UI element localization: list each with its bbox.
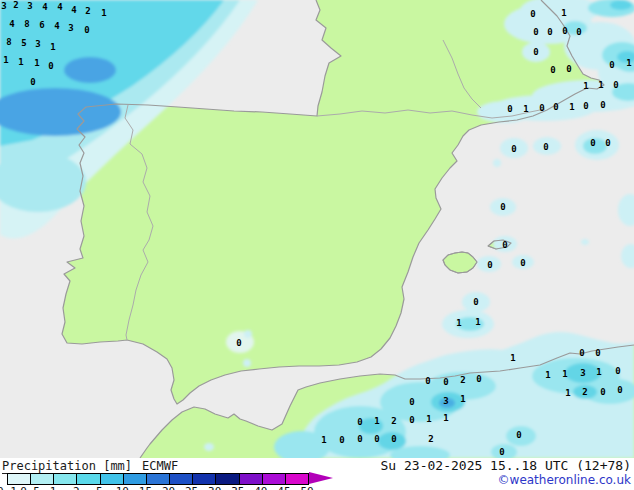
legend-color-segment (240, 474, 263, 484)
precip-value: 4 (9, 19, 15, 29)
legend-color-segment (54, 474, 77, 484)
precip-value: 0 (30, 77, 35, 87)
legend-tick: 2 (73, 485, 80, 490)
precip-value: 0 (476, 374, 481, 384)
timestamp: Su 23-02-2025 15..18 UTC (12+78) (381, 458, 631, 473)
legend-unit: [mm] (103, 459, 132, 473)
precip-value: 1 (456, 318, 461, 328)
precip-value: 3 (27, 1, 32, 11)
precip-value: 0 (547, 27, 552, 37)
precip-value: 0 (550, 65, 555, 75)
precip-value: 2 (582, 387, 587, 397)
precip-value: 0 (539, 103, 544, 113)
precip-value: 0 (443, 377, 448, 387)
legend-tick: 40 (254, 485, 267, 490)
legend-color-segment (286, 474, 308, 484)
precip-value: 0 (487, 260, 492, 270)
precip-value: 2 (460, 375, 465, 385)
precip-value: 0 (609, 60, 614, 70)
legend-color-segment (170, 474, 193, 484)
precip-value: 1 (101, 8, 106, 18)
precip-value: 1 (460, 394, 465, 404)
precip-value: 0 (473, 297, 478, 307)
precip-value: 0 (339, 435, 344, 445)
precip-value: 1 (443, 413, 448, 423)
precip-value: 1 (596, 367, 601, 377)
precip-value: 1 (34, 58, 39, 68)
precip-value: 1 (565, 388, 570, 398)
precip-value: 1 (583, 81, 588, 91)
legend-color-segment (216, 474, 239, 484)
precip-value: 6 (39, 20, 44, 30)
precip-value: 1 (426, 414, 431, 424)
legend-color-segment (8, 474, 31, 484)
precip-value: 0 (48, 61, 53, 71)
precip-value: 0 (590, 138, 595, 148)
precip-value: 5 (21, 38, 26, 48)
precip-value: 1 (3, 55, 8, 65)
precip-value: 0 (511, 144, 516, 154)
precip-value: 3 (443, 396, 448, 406)
precip-value: 0 (520, 258, 525, 268)
precip-value: 2 (85, 6, 90, 16)
precip-value: 1 (569, 102, 574, 112)
precip-value: 0 (84, 25, 89, 35)
precip-value: 0 (499, 447, 504, 457)
precip-value: 8 (6, 37, 11, 47)
precip-value: 0 (357, 417, 362, 427)
precip-value: 1 (562, 369, 567, 379)
legend-tick: 30 (208, 485, 221, 490)
precip-value: 0 (391, 434, 396, 444)
legend-color-segment (31, 474, 54, 484)
precip-value: 0 (507, 104, 512, 114)
precip-value: 0 (605, 138, 610, 148)
legend-colorbar (7, 473, 309, 485)
precip-value: 4 (42, 2, 48, 12)
copyright: ©weatheronline.co.uk (498, 473, 631, 487)
legend-tick: 50 (300, 485, 313, 490)
precip-value: 0 (409, 415, 414, 425)
precip-value: 1 (18, 57, 23, 67)
precip-value: 8 (24, 19, 29, 29)
precip-value: 0 (425, 376, 430, 386)
legend-color-segment (193, 474, 216, 484)
precip-value: 0 (576, 27, 581, 37)
legend-arrow-icon (309, 472, 333, 484)
precip-value: 0 (615, 366, 620, 376)
legend-tick: 45 (277, 485, 290, 490)
legend-tick: 20 (162, 485, 175, 490)
precip-value: 1 (50, 42, 55, 52)
precip-value: 0 (516, 430, 521, 440)
legend-color-segment (101, 474, 124, 484)
precip-value: 0 (543, 142, 548, 152)
legend-tick: 5 (96, 485, 103, 490)
precip-value: 1 (475, 317, 480, 327)
precip-value: 1 (374, 416, 379, 426)
precip-value: 1 (561, 8, 566, 18)
weather-map-page: 3234442148643085311110001000000001110010… (0, 0, 634, 490)
precip-value: 0 (595, 348, 600, 358)
precip-value: 1 (626, 58, 631, 68)
precip-value: 1 (598, 80, 603, 90)
precip-value: 2 (428, 434, 433, 444)
precip-value: 0 (500, 202, 505, 212)
precip-value: 0 (236, 338, 241, 348)
precip-value: 0 (374, 434, 379, 444)
legend-color-segment (77, 474, 100, 484)
legend-tick: 35 (231, 485, 244, 490)
precip-value: 0 (357, 434, 362, 444)
legend-tick: 0.1 (0, 485, 17, 490)
precip-value: 0 (566, 64, 571, 74)
legend-tick: 25 (185, 485, 198, 490)
precip-value: 3 (68, 23, 73, 33)
precipitation-map: 3234442148643085311110001000000001110010… (0, 0, 634, 458)
precip-value: 0 (562, 26, 567, 36)
precip-value: 0 (579, 348, 584, 358)
precip-value: 0 (530, 9, 535, 19)
precip-value: 4 (54, 21, 60, 31)
precip-value: 0 (533, 27, 538, 37)
legend-color-segment (147, 474, 170, 484)
precip-value: 1 (321, 435, 326, 445)
precip-value: 1 (545, 370, 550, 380)
precip-value: 3 (35, 39, 40, 49)
